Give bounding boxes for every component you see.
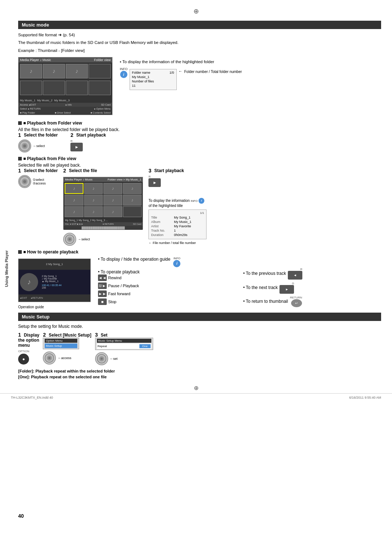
mp2-header: Media Player ♪ Music Folder view > My Mu… — [64, 177, 143, 182]
setup-access-row: ←access — [43, 351, 71, 365]
prev-track-label: • To the previous track — [243, 271, 286, 276]
option-label: the option — [18, 338, 39, 343]
setup-step1-header: 1 Display — [18, 332, 39, 338]
folder-name-row: Folder name 1/0 — [132, 71, 174, 74]
file-dial-area: ①select ②access — [18, 175, 46, 188]
thumb-4 — [89, 64, 111, 78]
example-label-text: Example : Thumbnail - [Folder view] — [18, 48, 381, 54]
option-menu-header: Option Menu — [45, 339, 77, 343]
menu-label: menu — [18, 343, 30, 348]
black-square-icon — [18, 121, 22, 125]
file-select-dial — [63, 233, 76, 246]
svg-point-8 — [69, 238, 71, 240]
music-mode-section: Music mode Supported file format ➜ (p. 5… — [18, 21, 381, 117]
thumb-1: ♪ — [20, 64, 42, 78]
ff-ctrl: ►► Fast forward — [98, 290, 236, 297]
folder-music-val: My Music_1 — [132, 75, 150, 79]
title-info-header: 1/1 — [151, 211, 204, 215]
r-btn-label: R — [300, 268, 302, 271]
mp2-thumb9: ♪ — [65, 206, 83, 217]
music-mode-header: Music mode — [18, 21, 381, 29]
file-dial-row: ①select ②access — [18, 175, 46, 188]
option-circle-btn[interactable]: ● — [18, 354, 29, 365]
mp2-thumb8: ♪ — [123, 195, 142, 206]
operate-title: ■ How to operate playback — [18, 249, 381, 255]
step1-num: 1 — [18, 132, 21, 138]
folder-step-row: 1 Select the folder ←select — [18, 132, 381, 152]
thumb-7 — [66, 81, 88, 95]
operate-info: 2 My Song_1 ♪ My Favorite ▲ My Music_1 1… — [42, 275, 62, 289]
controls-col: • To display / hide the operation guide … — [98, 257, 236, 309]
thumb-5 — [20, 81, 42, 95]
pause-label: Pause / Playback — [108, 284, 139, 288]
file-step3-num: 3 — [148, 168, 151, 174]
play-button[interactable]: ▶ — [70, 143, 83, 151]
footer-right: 6/16/2011 9:55:40 AM — [349, 396, 381, 399]
one-desc: [One]: Playback repeat on the selected o… — [18, 375, 381, 379]
file-step3-title: Start playback — [154, 168, 184, 173]
mp2-thumb5: ♪ — [65, 195, 83, 206]
prev-btn[interactable]: ◄ — [288, 271, 302, 280]
setup-step1: 1 Display the option menu OPTION ● — [18, 332, 39, 365]
pause-ctrl: II/► Pause / Playback — [98, 282, 236, 289]
folder-arrow: ← — [179, 69, 183, 73]
folder-one-desc: [Folder]: Playback repeat within the sel… — [18, 369, 381, 379]
folder-desc: [Folder]: Playback repeat within the sel… — [18, 369, 381, 373]
svg-point-2 — [23, 145, 26, 147]
file-select-label: ←select — [78, 237, 90, 241]
mp2-body: ♪ ♪ ♪ ♪ ♪ ♪ ♪ ♪ ♪ ♪ ♪ — [64, 182, 143, 218]
playback-folder-desc: All the files in the selected folder wil… — [18, 127, 381, 132]
play-button2[interactable]: ▶ — [148, 178, 161, 187]
setup-set-dial — [95, 352, 108, 365]
setup-step3-title: Set — [101, 333, 107, 338]
rewind-ctrl: ◄◄ Rewind — [98, 274, 236, 281]
option-menu-box: Option Menu Music Setup — [43, 338, 79, 349]
mp-body: ♪ ♪ ♪ — [19, 62, 112, 98]
setup-step2-num: 2 — [43, 332, 46, 338]
folder-info-panel: Folder name 1/0 My Music_1 Number of fil… — [130, 69, 177, 90]
music-setup-menu-header: Music Setup Menu — [97, 339, 151, 343]
return-track-row: • To return to thumbnail RETURN ↩ — [243, 296, 381, 307]
setup-step2-title: Select [Music Setup] — [49, 333, 91, 338]
mp2-thumb10: ♪ — [84, 206, 103, 217]
access-label: ←access — [58, 356, 71, 360]
title-info-panel: 1/1 Title My Song_1 Album My Music_1 — [148, 209, 207, 239]
folder-num-desc: Folder number / Total folder number — [184, 69, 242, 74]
footer-left: TH-L32C3KMTX_EN.indd 40 — [11, 396, 53, 399]
prev-track-row: • To the previous track R ◄ — [243, 268, 381, 280]
folder-number-val: 1/0 — [170, 71, 174, 74]
mp-folder-view: Folder view — [94, 58, 111, 62]
option-menu-item[interactable]: Music Setup — [45, 343, 77, 348]
mp-labels: My Music_1 — [20, 99, 36, 102]
page-footer: TH-L32C3KMTX_EN.indd 40 6/16/2011 9:55:4… — [0, 393, 392, 402]
file-step1-header: 1 Select the folder — [18, 168, 58, 174]
artist-row: Artist My Favorite — [151, 224, 204, 228]
setup-step1-num: 1 — [18, 332, 21, 338]
folder-name-label: Folder name — [132, 71, 151, 74]
setup-step1-menu: menu — [18, 343, 30, 348]
thumb-2: ♪ — [43, 64, 65, 78]
operate-main: ♪ 2 My Song_1 ♪ My Favorite ▲ My Music_1… — [19, 270, 90, 294]
setup-set-row: ←set — [95, 352, 118, 365]
next-btn[interactable]: ► — [279, 285, 294, 294]
track-row: Track No. 1 — [151, 229, 204, 232]
page-number: 40 — [18, 513, 24, 519]
ff-icon: ►► — [98, 290, 107, 297]
black-square-icon2 — [18, 157, 22, 160]
music-icon: ♪ — [20, 273, 38, 291]
file-step1-title: Select the folder — [24, 168, 58, 173]
option-text: OPTION — [18, 350, 29, 353]
thumb-3: ♪ — [66, 64, 88, 78]
folder-step2: 2 Start playback R ▶ — [70, 132, 106, 151]
mp2-thumb2: ♪ — [84, 183, 103, 194]
file-step2-title: Select the file — [69, 168, 97, 173]
setup-step2-header: 2 Select [Music Setup] — [43, 332, 91, 338]
info-icon3: i — [173, 260, 180, 267]
operate-content: 2 My Song_1 ♪ 2 My Song_1 ♪ My Favorite … — [19, 259, 90, 302]
playback-file-desc: Selected file will be played back. — [18, 163, 381, 168]
return-btn[interactable]: ↩ — [291, 299, 302, 307]
step2-num: 2 — [70, 132, 73, 138]
step2-btn-area: R ▶ — [70, 139, 83, 151]
info-label3: INFO — [173, 257, 180, 260]
mp-label3: My Music_3 — [54, 99, 70, 102]
